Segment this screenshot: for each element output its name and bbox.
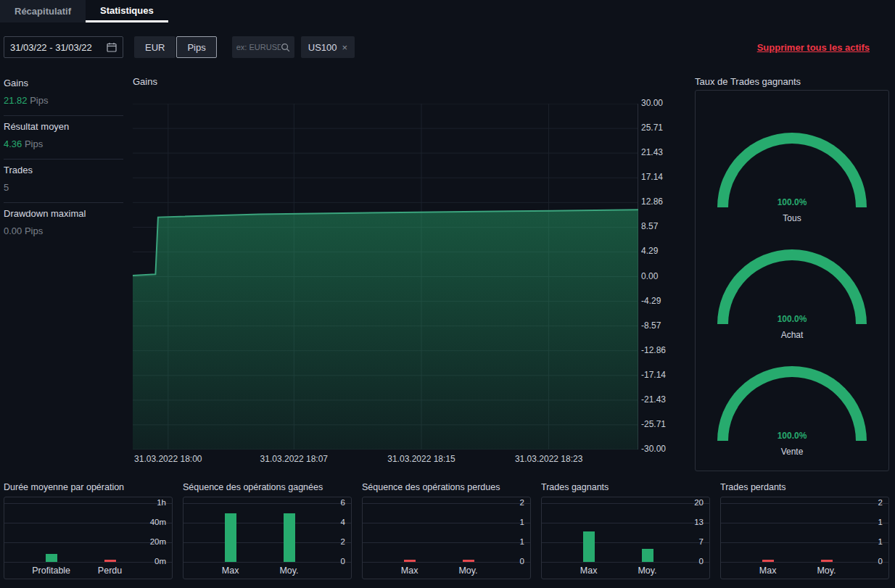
bar-max xyxy=(404,560,416,562)
gridline xyxy=(183,523,351,523)
stat-item-resultat-moyen: Résultat moyen 4.36 Pips xyxy=(4,116,123,160)
y-tick-label: 1 xyxy=(520,537,524,546)
gains-area-chart xyxy=(133,104,638,450)
gauge-label: Achat xyxy=(781,330,804,340)
y-axis-label: -17.14 xyxy=(641,370,666,380)
y-tick-label: 1 xyxy=(878,518,883,526)
gridline xyxy=(363,503,530,504)
gauge-arc xyxy=(717,366,867,441)
currency-eur-button[interactable]: EUR xyxy=(134,36,176,58)
gauge-label: Tous xyxy=(783,213,801,223)
gridline xyxy=(4,503,172,504)
panel-duree-moyenne: Durée moyenne par opération 1h40m20m0mPr… xyxy=(4,482,173,579)
panel-title: Durée moyenne par opération xyxy=(4,482,173,497)
tab-statistiques[interactable]: Statistiques xyxy=(86,0,168,22)
stat-label: Résultat moyen xyxy=(4,121,123,132)
category-labels: MaxMoy. xyxy=(721,564,888,577)
tab-recapitulatif[interactable]: Récapitulatif xyxy=(0,0,86,22)
gridline xyxy=(183,542,351,543)
y-axis-label: -4.29 xyxy=(641,296,661,306)
mini-chart-plot: 2110 xyxy=(721,503,888,563)
gridline xyxy=(4,542,172,543)
y-tick-label: 2 xyxy=(341,537,345,546)
search-icon xyxy=(281,43,290,52)
gauge-value: 100.0% xyxy=(778,431,807,441)
gridline xyxy=(363,542,530,543)
gauge-arc xyxy=(717,133,867,207)
y-tick-label: 20 xyxy=(694,498,704,507)
bar-max xyxy=(225,513,236,563)
panel-title: Trades perdants xyxy=(720,482,889,497)
y-axis-label: 30.00 xyxy=(641,98,663,108)
y-tick-label: 2 xyxy=(878,498,883,507)
category-labels: ProfitablePerdu xyxy=(4,564,172,577)
gridline xyxy=(542,523,709,523)
gridline xyxy=(542,562,709,563)
y-tick-label: 13 xyxy=(694,518,704,526)
category-label: Moy. xyxy=(817,566,836,576)
category-labels: MaxMoy. xyxy=(542,564,709,577)
stat-item-gains: Gains 21.82 Pips xyxy=(4,73,123,116)
gridline xyxy=(721,542,888,543)
y-tick-label: 1 xyxy=(520,518,524,526)
category-label: Max xyxy=(222,566,239,576)
x-axis-label: 31.03.2022 18:23 xyxy=(515,454,582,464)
mini-chart-duree: 1h40m20m0mProfitablePerdu xyxy=(4,497,173,579)
gridline xyxy=(542,542,709,543)
y-axis-label: 17.14 xyxy=(641,172,663,182)
calendar-icon[interactable] xyxy=(107,42,117,52)
y-axis-label: 12.86 xyxy=(641,196,663,207)
gauge-value: 100.0% xyxy=(778,197,807,207)
chip-remove-icon[interactable]: × xyxy=(342,42,348,53)
gauge-value: 100.0% xyxy=(778,314,807,324)
unit-pips-button[interactable]: Pips xyxy=(176,36,216,58)
bar-moy xyxy=(284,513,295,563)
asset-search xyxy=(232,36,294,58)
y-tick-label: 20m xyxy=(150,537,166,546)
gridline xyxy=(363,562,530,563)
x-axis-label: 31.03.2022 18:00 xyxy=(134,454,202,464)
category-label: Max xyxy=(759,566,777,576)
bottom-charts-row: Durée moyenne par opération 1h40m20m0mPr… xyxy=(4,482,889,579)
y-axis-label: -8.57 xyxy=(641,320,661,331)
y-tick-label: 1h xyxy=(157,498,166,507)
category-label: Perdu xyxy=(98,566,122,576)
y-axis-label: 8.57 xyxy=(641,221,658,231)
x-axis-label: 31.03.2022 18:15 xyxy=(387,454,455,464)
asset-search-input[interactable] xyxy=(236,43,281,51)
date-range-input[interactable] xyxy=(10,42,107,53)
tab-bar: Récapitulatif Statistiques xyxy=(0,0,168,22)
y-axis-label: -30.00 xyxy=(641,444,666,454)
area-fill xyxy=(133,210,638,450)
y-tick-label: 1 xyxy=(878,537,883,546)
category-labels: MaxMoy. xyxy=(183,564,351,577)
gridline xyxy=(721,523,888,523)
date-range-picker[interactable] xyxy=(4,36,123,58)
category-label: Profitable xyxy=(32,566,70,576)
stat-label: Drawdown maximal xyxy=(4,208,123,219)
gridline xyxy=(721,562,888,563)
y-axis-label: 4.29 xyxy=(641,246,658,256)
category-label: Moy. xyxy=(279,566,298,576)
delete-all-assets-link[interactable]: Supprimer tous les actifs xyxy=(757,42,870,53)
gauge-tous: 100.0% Tous xyxy=(717,133,867,223)
gridline xyxy=(542,503,709,504)
asset-chip-label: US100 xyxy=(308,42,337,53)
y-axis-label: -12.86 xyxy=(641,345,666,355)
gauge-arc xyxy=(717,249,867,324)
stat-value: 4.36 Pips xyxy=(4,138,123,149)
y-axis-label: -21.43 xyxy=(641,394,666,405)
toolbar: EUR Pips US100 × Supprimer tous les acti… xyxy=(4,36,870,58)
win-rate-panel: 100.0% Tous 100.0% Achat 100.0% Vente xyxy=(695,90,889,471)
main-chart-title: Gains xyxy=(133,76,157,87)
stat-value: 0.00 Pips xyxy=(4,225,123,236)
category-label: Moy. xyxy=(638,566,656,576)
asset-chip-us100[interactable]: US100 × xyxy=(301,36,355,58)
mini-chart-plot: 2110 xyxy=(363,503,530,563)
y-tick-label: 40m xyxy=(150,518,166,526)
panel-sequence-gagnees: Séquence des opérations gagnées 6420MaxM… xyxy=(183,482,352,579)
y-axis-label: 0.00 xyxy=(641,271,658,281)
mini-chart-plot: 1h40m20m0m xyxy=(4,503,172,563)
stat-item-trades: Trades 5 xyxy=(4,160,123,203)
bar-moy xyxy=(642,549,653,562)
